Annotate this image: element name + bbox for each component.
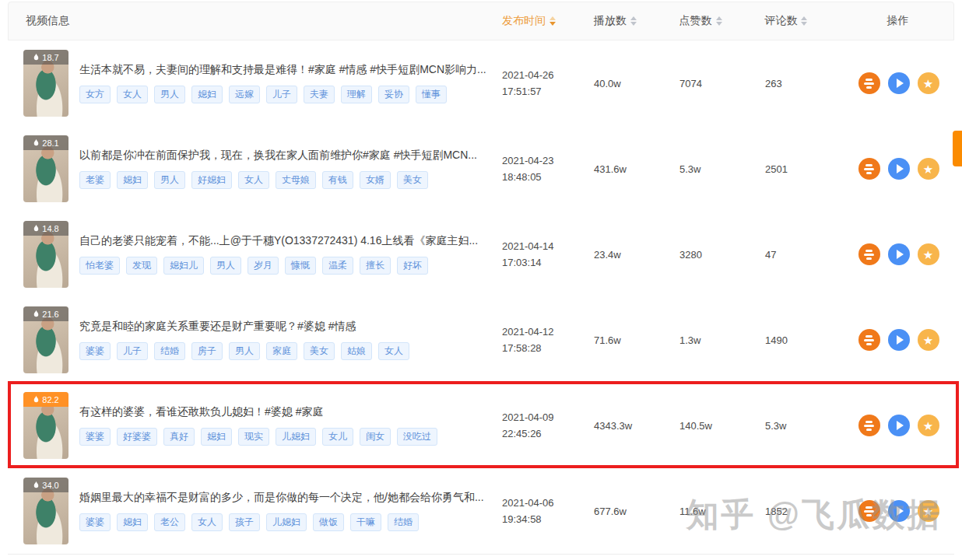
detail-button[interactable] — [858, 72, 880, 94]
video-tag[interactable]: 好婆婆 — [117, 428, 157, 446]
sort-icon[interactable] — [716, 16, 722, 26]
video-tag[interactable]: 男人 — [210, 257, 241, 275]
video-tag[interactable]: 儿子 — [117, 342, 148, 360]
video-tag[interactable]: 女方 — [79, 86, 111, 103]
sort-icon[interactable] — [630, 16, 637, 26]
video-title[interactable]: 生活本就不易，夫妻间的理解和支持最是难得！#家庭 #情感 #快手短剧MCN影响力… — [79, 63, 502, 77]
video-tag[interactable]: 妥协 — [378, 86, 409, 103]
video-tag[interactable]: 儿媳妇 — [276, 428, 316, 446]
column-header-publish-time[interactable]: 发布时间 — [502, 14, 594, 28]
video-tag[interactable]: 儿子 — [266, 86, 297, 103]
video-tag[interactable]: 婆婆 — [79, 428, 111, 446]
video-thumbnail[interactable]: 18.7 — [23, 50, 68, 117]
favorite-button[interactable]: ★ — [918, 243, 939, 265]
video-tag[interactable]: 做饭 — [313, 513, 344, 531]
video-tag[interactable]: 媳妇 — [117, 513, 148, 531]
favorite-button[interactable]: ★ — [918, 500, 939, 522]
video-thumbnail[interactable]: 21.6 — [23, 306, 68, 373]
video-tag[interactable]: 干嘛 — [350, 513, 381, 531]
play-video-button[interactable] — [888, 500, 910, 522]
detail-button[interactable] — [858, 415, 880, 436]
play-video-button[interactable] — [888, 72, 910, 94]
sort-icon[interactable] — [801, 16, 807, 26]
video-title[interactable]: 以前都是你冲在前面保护我，现在，换我在家人面前维护你#家庭 #快手短剧MCN..… — [79, 149, 502, 163]
side-panel-tab[interactable] — [953, 131, 962, 166]
video-tag[interactable]: 结婚 — [388, 513, 419, 531]
favorite-button[interactable]: ★ — [918, 72, 939, 94]
video-tag[interactable]: 婆婆 — [79, 342, 111, 360]
video-tag[interactable]: 懂事 — [416, 86, 447, 103]
video-tag[interactable]: 姑娘 — [341, 342, 372, 360]
star-icon: ★ — [923, 249, 933, 261]
detail-button[interactable] — [858, 243, 880, 265]
video-thumbnail[interactable]: 82.2 — [23, 392, 68, 459]
play-video-button[interactable] — [888, 415, 910, 436]
video-title[interactable]: 婚姻里最大的幸福不是财富的多少，而是你做的每一个决定，他/她都会给你勇气和... — [79, 491, 502, 505]
favorite-button[interactable]: ★ — [918, 415, 939, 436]
favorite-button[interactable]: ★ — [918, 158, 939, 180]
video-tag[interactable]: 真好 — [163, 428, 195, 446]
video-tag[interactable]: 媳妇 — [117, 171, 148, 189]
publish-date: 2021-04-12 — [502, 324, 594, 340]
play-video-button[interactable] — [888, 329, 910, 351]
video-tag[interactable]: 温柔 — [322, 257, 353, 275]
video-tag[interactable]: 丈母娘 — [276, 171, 316, 189]
column-header-actions: 操作 — [842, 14, 953, 28]
video-tag[interactable]: 有钱 — [322, 171, 353, 189]
video-tag[interactable]: 女儿 — [322, 428, 353, 446]
video-tag[interactable]: 慷慨 — [285, 257, 316, 275]
tag-list: 老婆媳妇男人好媳妇女人丈母娘有钱女婿美女 — [79, 171, 502, 189]
video-tag[interactable]: 男人 — [154, 86, 185, 103]
video-tag[interactable]: 男人 — [154, 171, 185, 189]
video-tag[interactable]: 女人 — [238, 171, 269, 189]
video-tag[interactable]: 结婚 — [154, 342, 185, 360]
video-thumbnail[interactable]: 28.1 — [23, 135, 68, 202]
video-tag[interactable]: 发现 — [126, 257, 157, 275]
column-header-comment-count[interactable]: 评论数 — [764, 14, 842, 28]
detail-button[interactable] — [858, 158, 880, 180]
sort-icon[interactable] — [549, 16, 556, 26]
video-tag[interactable]: 现实 — [238, 428, 269, 446]
video-tag[interactable]: 擅长 — [360, 257, 391, 275]
video-thumbnail[interactable]: 14.8 — [23, 221, 68, 288]
video-tag[interactable]: 女婿 — [360, 171, 391, 189]
play-video-button[interactable] — [888, 243, 910, 265]
star-icon: ★ — [923, 163, 933, 175]
video-tag[interactable]: 闺女 — [360, 428, 391, 446]
column-header-play-count[interactable]: 播放数 — [594, 14, 679, 28]
video-tag[interactable]: 女人 — [191, 513, 223, 531]
column-header-like-count[interactable]: 点赞数 — [679, 14, 765, 28]
video-title[interactable]: 究竟是和睦的家庭关系重要还是财产重要呢？#婆媳 #情感 — [79, 320, 502, 334]
video-thumbnail[interactable]: 34.0 — [23, 478, 68, 544]
video-tag[interactable]: 夫妻 — [304, 86, 335, 103]
video-tag[interactable]: 媳妇 — [191, 86, 223, 103]
video-tag[interactable]: 女人 — [378, 342, 409, 360]
video-tag[interactable]: 好坏 — [397, 257, 428, 275]
video-tag[interactable]: 岁月 — [248, 257, 279, 275]
video-tag[interactable]: 美女 — [397, 171, 428, 189]
video-tag[interactable]: 好媳妇 — [191, 171, 232, 189]
video-tag[interactable]: 孩子 — [229, 513, 260, 531]
video-tag[interactable]: 男人 — [229, 342, 260, 360]
video-tag[interactable]: 远嫁 — [229, 86, 260, 103]
detail-button[interactable] — [858, 329, 880, 351]
video-title[interactable]: 有这样的婆婆，看谁还敢欺负儿媳妇！#婆媳 #家庭 — [79, 405, 502, 419]
play-video-button[interactable] — [888, 158, 910, 180]
detail-button[interactable] — [858, 500, 880, 522]
favorite-button[interactable]: ★ — [918, 329, 939, 351]
video-text-block: 自己的老婆只能宠着，不能...上@于千穗Y(O1337272431) 4.16上… — [79, 234, 502, 275]
video-tag[interactable]: 房子 — [191, 342, 223, 360]
video-tag[interactable]: 美女 — [304, 342, 335, 360]
video-title[interactable]: 自己的老婆只能宠着，不能...上@于千穗Y(O1337272431) 4.16上… — [79, 234, 502, 248]
video-tag[interactable]: 没吃过 — [397, 428, 437, 446]
video-tag[interactable]: 老婆 — [79, 171, 111, 189]
video-tag[interactable]: 怕老婆 — [79, 257, 120, 275]
video-tag[interactable]: 老公 — [154, 513, 185, 531]
video-tag[interactable]: 理解 — [341, 86, 372, 103]
video-tag[interactable]: 媳妇 — [201, 428, 232, 446]
video-tag[interactable]: 媳妇儿 — [163, 257, 204, 275]
video-tag[interactable]: 婆婆 — [79, 513, 111, 531]
video-tag[interactable]: 家庭 — [266, 342, 297, 360]
video-tag[interactable]: 女人 — [117, 86, 148, 103]
video-tag[interactable]: 儿媳妇 — [266, 513, 307, 531]
